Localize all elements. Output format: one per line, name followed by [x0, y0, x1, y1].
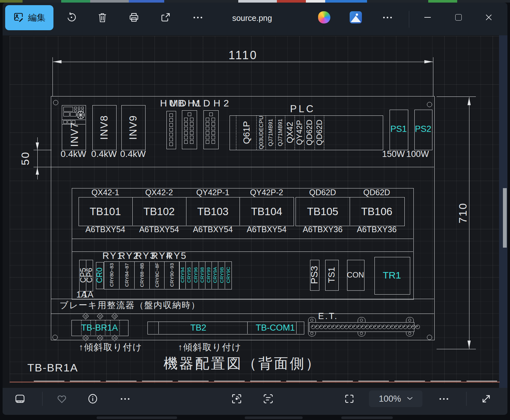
share-button[interactable] [158, 10, 173, 25]
tb-br1a-label: TB-BR1A [81, 324, 118, 332]
filmstrip-button[interactable] [12, 391, 28, 406]
relay-label: CRY99 [206, 267, 211, 283]
edit-button[interactable]: 編集 [5, 5, 53, 30]
relay-label: CRY94 [180, 267, 185, 283]
visual-search-button[interactable] [229, 391, 244, 406]
background-window-strip-light [503, 188, 507, 248]
tb-name: TB106 [361, 206, 392, 217]
dim-tick [437, 96, 476, 97]
relay-label: CRY90~93 [169, 263, 174, 287]
plc-slot-label: QX42 [286, 122, 294, 143]
sheet-border-ticks [34, 381, 497, 381]
tb-bottom-label: A6TBXY54 [85, 225, 125, 233]
dim-ext-line [433, 57, 433, 96]
minimize-button[interactable] [420, 10, 435, 25]
mounting-hole [427, 102, 432, 107]
cp6-label: CP6 [86, 268, 93, 283]
zoom-level: 100% [379, 394, 401, 404]
tb2-label: TB2 [190, 324, 206, 332]
dim-arrow-up [36, 168, 39, 175]
dim-arrow-up [468, 97, 471, 105]
con-label: CON [347, 271, 364, 279]
dim-arrow-down [36, 142, 39, 150]
tb-name: TB101 [90, 206, 121, 217]
plc-title: PLC [290, 104, 315, 114]
zoom-control[interactable]: 100% [369, 390, 422, 407]
tb-bottom-label: A6TBXY54 [247, 225, 287, 233]
plc-slot-label: QD62D [316, 120, 323, 145]
tb-top-label: QD62D [309, 188, 336, 196]
desktop-edge-top [0, 0, 510, 3]
inv7-key-block [63, 120, 67, 124]
fit-to-window-button[interactable] [342, 391, 357, 406]
tilt-note: ↑傾斜取り付け [178, 343, 241, 352]
zoom-more-button[interactable] [436, 391, 451, 406]
dim-height-line [469, 97, 469, 349]
inv8-power: 0.4kW [91, 150, 117, 159]
more-options-button[interactable] [190, 10, 205, 25]
plc-slot-label: QY42P [296, 120, 303, 145]
ry-label: RY5 [166, 251, 187, 260]
inv7-display [63, 107, 73, 112]
copilot-icon [318, 11, 330, 23]
mounting-hole [53, 100, 58, 105]
edit-image-icon [13, 12, 24, 24]
dim-arrow-down [468, 341, 471, 348]
plc-slot-label: QJ71MB91 [268, 119, 273, 146]
plc-slot-label: Q03UDECPU [259, 116, 264, 149]
relay-label: CRY80~83 [109, 263, 114, 287]
relay-label: CRY9A [212, 267, 217, 283]
dim-tick [33, 150, 52, 150]
relay-label: CRY88~8B [139, 263, 144, 287]
panel-rail-line [51, 167, 434, 167]
more-menu-button[interactable] [380, 10, 395, 25]
dim-offset-label: 50 [20, 151, 31, 165]
tb-bottom-label: A6TBXY54 [139, 225, 179, 233]
panel-line [51, 299, 434, 299]
inv9-label: INV9 [128, 115, 138, 140]
info-button[interactable] [85, 391, 100, 406]
text-actions-button[interactable] [260, 391, 276, 406]
drawing-caption: 機器配置図（背面側） [164, 356, 321, 370]
screen: 編集 [0, 0, 510, 420]
dim-ext-line [52, 57, 53, 96]
panel-line [51, 314, 434, 314]
brake-note: ブレーキ用整流器（盤内収納時） [60, 301, 200, 310]
tb-com1-label: TB-COM1 [256, 324, 295, 332]
titlebar-divider [409, 11, 409, 28]
plc-slot-label: QD62D [306, 120, 313, 145]
relay-label: CRY98 [200, 267, 204, 283]
fullscreen-button[interactable] [478, 391, 494, 406]
desktop-ghost-text [341, 416, 393, 419]
print-button[interactable] [126, 10, 142, 25]
ts1-label: TS1 [327, 267, 336, 283]
ps2-label: PS2 [415, 125, 431, 133]
desktop-ghost-text [245, 416, 303, 419]
delete-button[interactable] [95, 10, 110, 25]
relay-label: CRY9C [226, 267, 231, 283]
toolbar-more-button[interactable] [117, 391, 133, 406]
tb-name: TB104 [251, 206, 282, 217]
close-button[interactable] [481, 10, 496, 25]
cr0-label: CR0 [96, 268, 103, 283]
ps2-power: 100W [406, 150, 429, 159]
window-title: source.png [232, 14, 272, 22]
relay-label: CRY95 [186, 267, 191, 283]
tr1-label: TR1 [383, 270, 401, 280]
inv9-power: 0.4kW [120, 150, 146, 159]
favorite-button[interactable] [54, 391, 70, 406]
copilot-button[interactable] [316, 10, 332, 25]
tb-bottom-label: A6TBXY36 [357, 225, 397, 233]
rotate-button[interactable] [64, 10, 79, 25]
subpanel-line [72, 239, 413, 239]
tb-bottom-label: A6TBXY36 [303, 225, 343, 233]
titlebar: 編集 [3, 3, 507, 35]
photos-app-button[interactable] [348, 10, 364, 25]
dim-arrow-right [424, 60, 433, 63]
relay-label: CRY96 [193, 267, 198, 283]
dim-width-label: 1110 [229, 50, 258, 61]
maximize-button[interactable] [451, 10, 466, 25]
chevron-down-icon [407, 396, 413, 402]
dim-height-label: 710 [457, 202, 468, 224]
corner-label: TB-BR1A [27, 362, 78, 373]
